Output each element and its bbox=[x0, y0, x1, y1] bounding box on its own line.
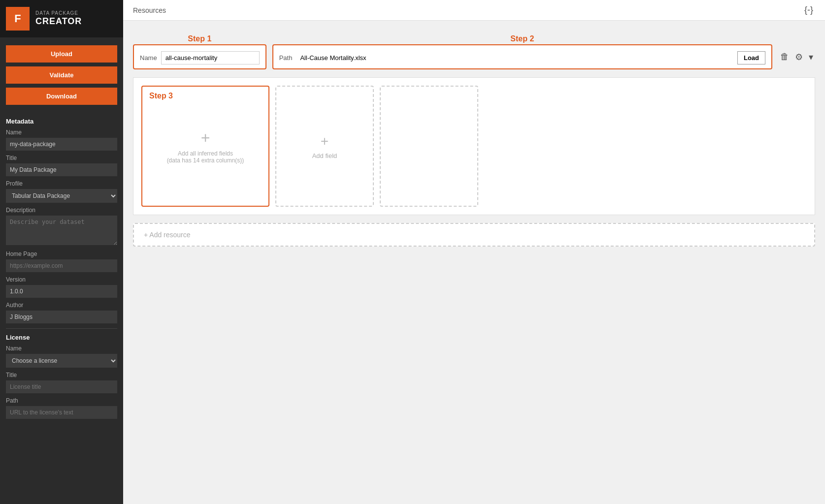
metadata-section: Metadata Name Title Profile Tabular Data… bbox=[0, 113, 123, 421]
step2-path-input[interactable] bbox=[296, 52, 733, 64]
metadata-section-title: Metadata bbox=[6, 118, 117, 125]
profile-select[interactable]: Tabular Data Package Data Package bbox=[6, 189, 117, 203]
load-button[interactable]: Load bbox=[737, 51, 765, 64]
delete-resource-button[interactable]: 🗑 bbox=[778, 51, 791, 63]
json-view-button[interactable]: {-} bbox=[802, 4, 815, 16]
resources-heading: Resources bbox=[133, 6, 166, 14]
license-section-title: License bbox=[6, 334, 117, 341]
sidebar: F DATA PACKAGE CREATOR Upload Validate D… bbox=[0, 0, 123, 504]
add-field-label: Add field bbox=[312, 152, 337, 159]
license-title-input[interactable] bbox=[6, 380, 117, 393]
step2-box: Step 2 Path Load bbox=[272, 44, 772, 69]
collapse-resource-button[interactable]: ▾ bbox=[807, 51, 815, 63]
sidebar-actions: Upload Validate Download bbox=[0, 37, 123, 113]
title-input[interactable] bbox=[6, 163, 117, 176]
homepage-input[interactable] bbox=[6, 259, 117, 272]
name-input[interactable] bbox=[6, 138, 117, 151]
author-label: Author bbox=[6, 302, 117, 309]
title-label: Title bbox=[6, 155, 117, 161]
main-body: Step 1 Name Step 2 Path Load 🗑 ⚙ ▾ S bbox=[123, 21, 825, 504]
upload-button[interactable]: Upload bbox=[6, 45, 117, 63]
step1-label: Step 1 bbox=[188, 34, 211, 43]
resource-actions: 🗑 ⚙ ▾ bbox=[778, 44, 815, 69]
step1-box: Step 1 Name bbox=[133, 44, 266, 69]
step2-path-label: Path bbox=[279, 54, 293, 62]
author-input[interactable] bbox=[6, 311, 117, 323]
homepage-label: Home Page bbox=[6, 251, 117, 257]
name-label: Name bbox=[6, 129, 117, 136]
add-field-button[interactable]: + Add field bbox=[275, 86, 374, 207]
step3-box: Step 3 + Add all inferred fields (data h… bbox=[141, 86, 269, 207]
main-header: Resources {-} bbox=[123, 0, 825, 21]
version-label: Version bbox=[6, 276, 117, 283]
license-path-label: Path bbox=[6, 397, 117, 404]
license-name-label: Name bbox=[6, 345, 117, 352]
add-inferred-fields-button[interactable]: + Add all inferred fields (data has 14 e… bbox=[167, 129, 244, 164]
validate-button[interactable]: Validate bbox=[6, 66, 117, 84]
license-name-select[interactable]: Choose a license bbox=[6, 354, 117, 368]
settings-resource-button[interactable]: ⚙ bbox=[793, 51, 805, 63]
add-all-label: Add all inferred fields bbox=[178, 150, 233, 157]
description-label: Description bbox=[6, 207, 117, 214]
empty-field-placeholder bbox=[380, 86, 478, 207]
version-input[interactable] bbox=[6, 285, 117, 298]
add-resource-button[interactable]: + Add resource bbox=[133, 223, 815, 247]
app-logo: F bbox=[6, 7, 30, 31]
step1-name-label: Name bbox=[140, 54, 157, 62]
license-path-input[interactable] bbox=[6, 406, 117, 419]
step3-container: Step 3 + Add all inferred fields (data h… bbox=[133, 77, 815, 215]
description-textarea[interactable] bbox=[6, 216, 117, 245]
download-button[interactable]: Download bbox=[6, 88, 117, 105]
step3-label: Step 3 bbox=[149, 92, 173, 100]
app-header: F DATA PACKAGE CREATOR bbox=[0, 0, 123, 37]
add-all-sub: (data has 14 extra column(s)) bbox=[167, 157, 244, 164]
license-title-label: Title bbox=[6, 372, 117, 378]
main-content: Resources {-} Step 1 Name Step 2 Path Lo… bbox=[123, 0, 825, 504]
step1-name-input[interactable] bbox=[161, 51, 260, 64]
profile-label: Profile bbox=[6, 180, 117, 187]
app-title: DATA PACKAGE CREATOR bbox=[35, 10, 82, 27]
step2-label: Step 2 bbox=[510, 34, 534, 43]
